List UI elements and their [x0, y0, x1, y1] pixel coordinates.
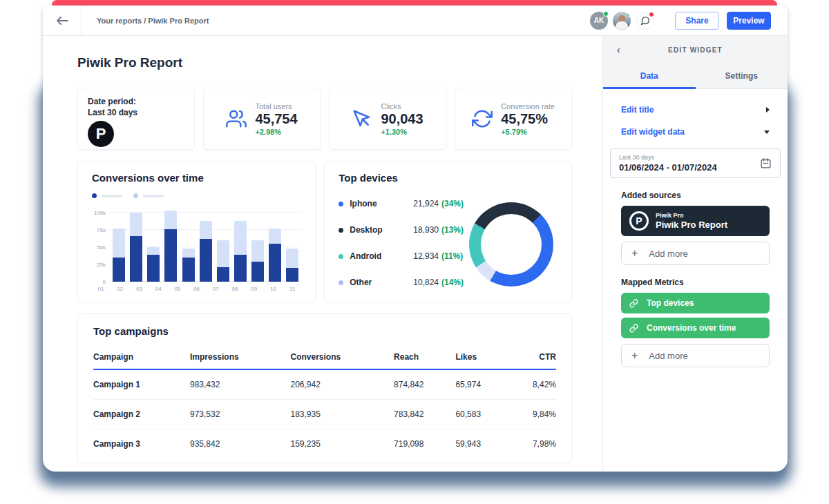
x-tick-label: 05 — [171, 286, 184, 292]
x-tick-label: 09 — [248, 286, 260, 292]
kpi-delta: +5.79% — [501, 128, 555, 136]
kpi-value: 45,75% — [501, 111, 555, 127]
table-row[interactable]: Campaign 2973,532183,935783,84260,5839,8… — [93, 399, 556, 429]
piwik-logo: P — [88, 121, 114, 147]
tab-data[interactable]: Data — [603, 64, 696, 88]
bar-segment-primary — [269, 244, 281, 282]
notification-dot — [649, 12, 654, 17]
bar-stack — [286, 249, 298, 282]
kpi-date-label: Date period: — [88, 97, 184, 106]
mapped-metric-top-devices[interactable]: Top devices — [621, 293, 770, 313]
table-cell: 719,098 — [394, 429, 455, 458]
device-row-android: Android12,934(11%) — [339, 243, 464, 269]
add-source-button[interactable]: + Add more — [621, 242, 770, 265]
add-metric-button[interactable]: + Add more — [621, 344, 770, 367]
kpi-value: 90,043 — [381, 111, 423, 127]
column-header-reach: Reach — [394, 347, 455, 369]
column-header-campaign: Campaign — [93, 347, 190, 369]
source-name: Piwik Pro Report — [656, 220, 727, 230]
widget-title: Conversions over time — [92, 172, 301, 184]
online-status-dot — [626, 12, 631, 17]
column-header-conversions: Conversions — [291, 347, 394, 369]
kpi-card-date-period[interactable]: Date period: Last 30 days P — [77, 88, 195, 150]
bar-chart-y-axis: 025k50k75k100k — [92, 209, 110, 282]
legend-dot — [133, 193, 138, 198]
kpi-row: Date period: Last 30 days P Total users … — [77, 88, 572, 150]
device-row-other: Other10,824(14%) — [339, 269, 464, 295]
device-row-iphone: Iphone21,924(34%) — [339, 191, 464, 217]
conversions-over-time-widget[interactable]: Conversions over time 025k50k75k100k 010… — [77, 161, 316, 302]
back-arrow-icon — [56, 17, 68, 25]
kpi-label: Total users — [255, 102, 297, 110]
kpi-card-total-users[interactable]: Total users 45,754 +2.98% — [203, 88, 321, 150]
kpi-card-clicks[interactable]: Clicks 90,043 +1.30% — [329, 88, 446, 150]
table-cell: 7,98% — [508, 429, 556, 458]
device-name: Android — [350, 251, 413, 261]
device-name: Iphone — [350, 199, 413, 209]
chat-button[interactable] — [636, 12, 654, 30]
x-tick-label: 04 — [152, 286, 164, 292]
x-tick-label: 08 — [229, 286, 241, 292]
bar-10 — [269, 229, 281, 282]
plus-icon: + — [631, 349, 638, 362]
bar-segment-primary — [130, 236, 142, 282]
y-tick-label: 0 — [103, 279, 106, 285]
top-campaigns-widget[interactable]: Top campaigns CampaignImpressionsConvers… — [77, 313, 572, 463]
bar-04 — [164, 211, 177, 282]
refresh-icon — [472, 108, 493, 129]
table-row[interactable]: Campaign 1983,432206,942874,84265,9748,4… — [93, 369, 556, 399]
kpi-delta: +1.30% — [381, 128, 423, 136]
bar-02 — [130, 213, 142, 282]
date-range-picker[interactable]: Last 30 days 01/06/2024 - 01/07/2024 — [610, 148, 781, 178]
app-window: Your reports / Piwik Pro Report AK Share… — [43, 6, 788, 472]
edit-widget-data-link[interactable]: Edit widget data — [621, 127, 685, 137]
back-button[interactable] — [43, 6, 82, 35]
bar-segment-primary — [113, 258, 125, 282]
legend-placeholder-line — [143, 195, 164, 197]
donut-chart — [469, 202, 553, 287]
preview-button[interactable]: Preview — [727, 12, 771, 30]
device-name: Desktop — [350, 225, 413, 235]
device-percent: (34%) — [441, 199, 464, 209]
kpi-date-value: Last 30 days — [88, 108, 184, 117]
legend-placeholder-line — [102, 195, 122, 197]
kpi-card-conversion-rate[interactable]: Conversion rate 45,75% +5.79% — [455, 88, 572, 150]
sidebar-back-chevron[interactable]: ‹ — [617, 44, 620, 55]
mapped-metrics-list: Top devicesConversions over time — [603, 293, 788, 338]
edit-widget-data-row[interactable]: Edit widget data — [603, 121, 788, 143]
x-tick-label: 06 — [191, 286, 203, 292]
share-button[interactable]: Share — [675, 12, 719, 30]
sidebar-title: EDIT WIDGET — [603, 46, 788, 54]
device-dot — [339, 280, 343, 285]
top-devices-widget[interactable]: Top devices Iphone21,924(34%)Desktop18,9… — [324, 161, 572, 302]
source-card-piwik-pro[interactable]: P Piwik Pro Piwik Pro Report — [621, 206, 770, 236]
online-status-dot — [603, 11, 609, 17]
mapped-metric-conversions-over-time[interactable]: Conversions over time — [621, 318, 770, 338]
y-tick-label: 25k — [97, 262, 106, 268]
add-more-label: Add more — [649, 351, 687, 361]
edit-title-link[interactable]: Edit title — [621, 105, 654, 115]
edit-title-row[interactable]: Edit title — [603, 99, 788, 121]
bar-stack — [113, 229, 125, 282]
legend-item — [92, 193, 122, 198]
tab-settings[interactable]: Settings — [696, 64, 788, 88]
legend-item — [133, 193, 164, 198]
x-tick-label: 01 — [95, 286, 107, 292]
bar-05 — [182, 249, 195, 282]
x-tick-label: 11 — [286, 286, 298, 292]
table-cell: 983,432 — [190, 369, 291, 399]
kpi-label: Conversion rate — [501, 102, 555, 110]
table-row[interactable]: Campaign 3935,842159,235719,09859,9437,9… — [93, 429, 556, 458]
bar-chart-x-axis: 0102030405060708091011 — [92, 286, 301, 292]
bar-segment-secondary — [130, 213, 142, 236]
bars-group — [110, 209, 301, 282]
avatar-photo[interactable] — [613, 12, 631, 30]
bar-segment-secondary — [217, 240, 229, 267]
table-cell: 874,842 — [394, 369, 455, 399]
breadcrumb[interactable]: Your reports / Piwik Pro Report — [97, 17, 209, 25]
bar-06 — [200, 221, 212, 282]
added-sources-label: Added sources — [621, 191, 770, 200]
kpi-value: 45,754 — [255, 111, 297, 127]
report-canvas: Piwik Pro Report Date period: Last 30 da… — [43, 36, 602, 471]
avatar-ak[interactable]: AK — [590, 12, 608, 30]
